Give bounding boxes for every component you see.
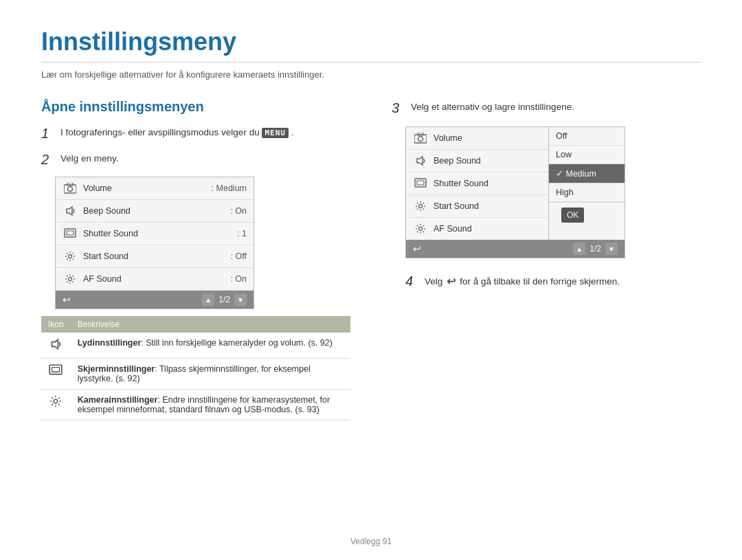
menu-label-shutter: Shutter Sound [83,229,237,238]
snd-icon2 [413,153,428,168]
camera-icon [63,181,78,196]
screen-icon [63,226,78,241]
table-bold-screen: Skjerminnstillinger [78,364,155,374]
nav-up-right[interactable]: ▲ [573,243,585,255]
table-row-sound: Lydinnstillinger: Still inn forskjellige… [41,333,350,359]
left-column: Åpne innstillingsmenyen 1 I fotograferin… [41,99,350,421]
sound-icon [63,203,78,219]
step-4-number: 4 [405,272,418,290]
page-indicator-left: 1/2 [218,295,230,304]
svg-rect-10 [52,368,60,372]
menu-label-start: Start Sound [83,251,231,261]
right-menu-row-volume: Volume [406,127,548,150]
menu-value-start: : Off [231,251,247,261]
option-off[interactable]: Off [549,127,625,146]
nav-up-left[interactable]: ▲ [202,293,214,306]
gear2-icon [63,271,78,287]
table-icon-sound [41,333,71,359]
step-3-number: 3 [392,99,404,117]
table-header-icon: Ikon [41,316,71,333]
table-bold-sound: Lydinnstillinger [78,338,142,348]
step-2-number: 2 [41,150,54,168]
right-menu-row-af: AF Sound [406,218,548,240]
back-icon-step4: ↩ [447,273,456,290]
svg-point-11 [54,399,58,403]
left-menu-box: Volume : Medium Beep Sound : On Shutter … [55,177,254,309]
ok-row: OK [549,202,625,227]
step-2: 2 Velg en meny. [41,150,350,168]
nav-right: ▲ 1/2 ▼ [573,243,618,255]
table-bold-camera: Kamerainnstillinger [78,395,158,405]
right-menu-box: Volume Beep Sound Shutter [405,126,625,258]
table-desc-camera: Kamerainnstillinger: Endre innstillingen… [71,390,350,421]
option-high[interactable]: High [549,183,625,202]
ok-button[interactable]: OK [561,208,584,223]
nav-left: ▲ 1/2 ▼ [202,293,247,306]
right-label-af: AF Sound [434,224,541,234]
svg-point-6 [69,255,72,258]
option-medium[interactable]: Medium [549,164,625,183]
table-desc-sound: Lydinnstillinger: Still inn forskjellige… [71,333,350,359]
menu-row-beep: Beep Sound : On [56,200,254,223]
svg-rect-5 [67,231,74,235]
svg-rect-17 [417,181,424,185]
gear-icon3 [413,199,428,214]
right-column: 3 Velg et alternativ og lagre innstillin… [392,99,701,421]
step-1: 1 I fotograferings- eller avspillingsmod… [41,124,350,142]
table-header-desc: Beskrivelse [71,316,350,333]
table-text-sound: : Still inn forskjellige kameralyder og … [141,338,333,348]
menu-row-volume: Volume : Medium [56,177,254,200]
option-low[interactable]: Low [549,146,625,164]
menu-left-panel: Volume Beep Sound Shutter [406,127,549,240]
svg-point-18 [419,205,423,208]
table-row-screen: Skjerminnstillinger: Tilpass skjerminnst… [41,359,350,390]
menu-value-volume: : Medium [212,183,247,193]
menu-label-volume: Volume [83,183,212,193]
menu-value-shutter: : 1 [237,229,247,238]
cam-icon2 [413,131,428,146]
step-1-number: 1 [41,124,54,142]
menu-label-beep: Beep Sound [83,206,230,216]
step-4-text-before: Velg [425,275,442,289]
menu-row-start: Start Sound : Off [56,245,254,268]
step-2-text: Velg en meny. [60,152,119,166]
nav-down-left[interactable]: ▼ [234,293,247,306]
menu-right-panel: Off Low Medium High OK [549,127,625,240]
scr-icon2 [413,176,428,191]
table-icon-screen [41,359,71,390]
right-menu-row-beep: Beep Sound [406,150,548,172]
right-menu-row-start: Start Sound [406,195,548,218]
icon-table: Ikon Beskrivelse Lydinnstillinger: Still… [41,316,350,421]
back-icon-left: ↩ [63,294,71,305]
svg-marker-3 [67,207,72,215]
menu-footer-left: ↩ ▲ 1/2 ▼ [56,291,254,309]
page-title: Innstillingsmeny [41,27,701,63]
right-label-beep: Beep Sound [434,156,541,166]
menu-symbol: MENU [262,128,289,138]
nav-down-right[interactable]: ▼ [605,243,618,255]
back-icon-right: ↩ [413,243,421,254]
step-1-text: I fotograferings- eller avspillingsmodus… [60,126,293,139]
step-4-text: Velg ↩ for å gå tilbake til den forrige … [425,273,620,290]
step-3-text: Velg et alternativ og lagre innstillinge… [411,100,574,114]
menu-row-af: AF Sound : On [56,268,254,291]
right-label-volume: Volume [434,133,541,143]
table-row-camera: Kamerainnstillinger: Endre innstillingen… [41,390,350,421]
page-footer: Vedlegg 91 [0,537,742,546]
step-1-text-after: . [291,127,294,137]
svg-point-1 [68,187,73,192]
page-subtitle: Lær om forskjellige alternativer for å k… [41,69,701,80]
svg-point-13 [418,137,423,142]
page-indicator-right: 1/2 [589,244,601,254]
section-title: Åpne innstillingsmenyen [41,99,350,115]
svg-marker-15 [417,157,423,165]
step-4-text-after: for å gå tilbake til den forrige skjerme… [460,275,620,289]
menu-label-af: AF Sound [83,274,230,284]
table-desc-screen: Skjerminnstillinger: Tilpass skjerminnst… [71,359,350,390]
right-label-start: Start Sound [434,201,541,211]
svg-marker-8 [52,339,58,348]
right-menu-row-shutter: Shutter Sound [406,172,548,195]
menu-value-af: : On [230,274,247,284]
svg-point-7 [69,278,72,281]
step-3: 3 Velg et alternativ og lagre innstillin… [392,99,701,117]
